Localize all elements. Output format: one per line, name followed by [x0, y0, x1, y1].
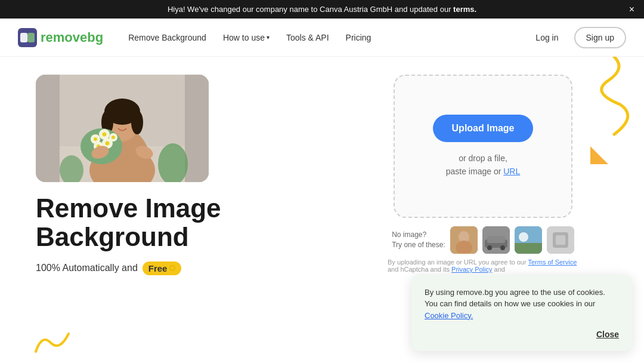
nav-how-to-use[interactable]: How to use ▾	[216, 28, 277, 47]
chevron-down-icon: ▾	[267, 34, 270, 41]
hero-image-svg	[36, 75, 209, 182]
hero-subheadline: 100% Automatically and Free	[36, 262, 304, 275]
sample-thumb-4[interactable]	[547, 226, 574, 254]
logo-text: removebg	[41, 30, 103, 45]
upload-dropzone[interactable]: Upload Image or drop a file, paste image…	[394, 75, 572, 218]
svg-rect-38	[515, 243, 542, 254]
svg-point-35	[487, 245, 492, 250]
cookie-banner: By using remove.bg you agree to the use …	[411, 275, 632, 352]
no-image-text: No image? Try one of these:	[392, 230, 445, 250]
samples-row: No image? Try one of these:	[392, 226, 574, 254]
logo-icon	[18, 28, 37, 47]
hero-headline: Remove Image Background	[36, 194, 304, 252]
navbar: removebg Remove Background How to use ▾ …	[0, 19, 644, 57]
squiggle-top-right-svg	[566, 57, 644, 146]
deco-triangle	[590, 146, 608, 167]
close-cookie-button[interactable]: Close	[596, 330, 619, 339]
triangle-svg	[590, 146, 608, 164]
signup-button[interactable]: Sign up	[574, 27, 626, 48]
nav-pricing[interactable]: Pricing	[339, 28, 379, 47]
nav-auth: Log in Sign up	[526, 27, 626, 48]
svg-point-12	[131, 110, 143, 134]
privacy-link[interactable]: Privacy Policy	[451, 266, 492, 273]
svg-point-36	[500, 245, 505, 250]
left-side: Remove Image Background 100% Automatical…	[0, 57, 322, 360]
deco-top-right	[566, 57, 644, 149]
deco-squiggle-bottom	[30, 322, 78, 360]
sample-thumb-3[interactable]	[515, 226, 542, 254]
svg-rect-5	[36, 75, 60, 182]
logo[interactable]: removebg	[18, 28, 103, 47]
svg-point-19	[94, 137, 97, 141]
sample-thumb-1[interactable]	[450, 226, 478, 254]
upload-image-button[interactable]: Upload Image	[433, 115, 534, 142]
svg-point-39	[519, 232, 528, 242]
login-button[interactable]: Log in	[526, 28, 568, 47]
drop-text: or drop a file, paste image or URL	[446, 152, 521, 179]
svg-point-20	[103, 133, 107, 137]
close-announcement-button[interactable]: ×	[629, 5, 634, 14]
svg-rect-6	[185, 75, 209, 182]
hero-image-background	[36, 75, 209, 182]
nav-tools-api[interactable]: Tools & API	[279, 28, 336, 47]
terms-link[interactable]: Terms of Service	[528, 259, 577, 266]
url-link[interactable]: URL	[503, 167, 520, 176]
cookie-policy-link[interactable]: Cookie Policy.	[425, 311, 473, 320]
announcement-bar: Hiya! We've changed our company name to …	[0, 0, 644, 19]
free-badge: Free	[143, 262, 182, 275]
squiggle-svg	[30, 322, 78, 358]
nav-links: Remove Background How to use ▾ Tools & A…	[121, 28, 526, 47]
svg-point-21	[112, 136, 115, 139]
svg-marker-28	[590, 146, 608, 164]
nav-remove-background[interactable]: Remove Background	[121, 28, 213, 47]
svg-rect-42	[556, 235, 565, 245]
bottom-note: By uploading an image or URL you agree t…	[388, 259, 578, 273]
svg-point-23	[106, 141, 110, 146]
announcement-text: Hiya! We've changed our company name to …	[168, 5, 476, 14]
cookie-text: By using remove.bg you agree to the use …	[425, 287, 619, 322]
sample-thumb-2[interactable]	[482, 226, 510, 254]
svg-rect-34	[487, 236, 505, 243]
svg-rect-2	[27, 33, 35, 42]
hero-image	[36, 75, 209, 182]
svg-rect-1	[20, 33, 27, 42]
